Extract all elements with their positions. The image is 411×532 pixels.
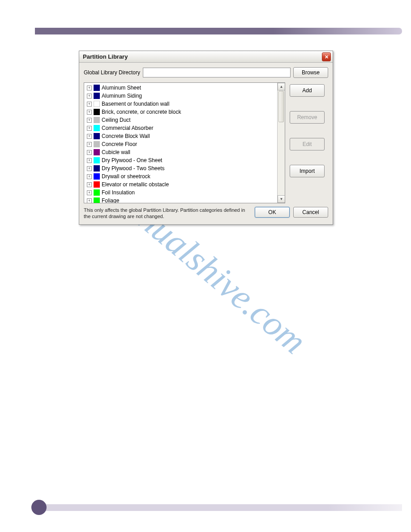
footer-row: This only affects the global Partition L… (84, 207, 328, 220)
titlebar: Partition Library (79, 51, 333, 63)
expand-icon[interactable]: + (87, 150, 92, 155)
expand-icon[interactable]: + (87, 102, 92, 107)
color-swatch (94, 157, 100, 163)
ok-button[interactable]: OK (255, 207, 290, 218)
tree-item[interactable]: +Dry Plywood - Two Sheets (84, 164, 285, 172)
tree-item-label: Foil Insulation (102, 189, 135, 196)
mid-row: +Aluminum Sheet+Aluminum Siding+Basement… (84, 82, 328, 203)
side-buttons: Add Remove Edit Import (290, 82, 325, 203)
directory-row: Global Library Directory Browse (84, 67, 328, 78)
tree-item[interactable]: +Basement or foundation wall (84, 100, 285, 108)
color-swatch (94, 141, 100, 147)
tree-item[interactable]: +Aluminum Sheet (84, 84, 285, 92)
scroll-down-button[interactable]: ▼ (278, 195, 285, 203)
tree-item-label: Foliage (102, 197, 119, 203)
expand-icon[interactable]: + (87, 182, 92, 187)
color-swatch (94, 101, 100, 107)
tree-item-label: Elevator or metallic obstacle (102, 181, 169, 188)
color-swatch (94, 189, 100, 196)
expand-icon[interactable]: + (87, 190, 92, 195)
tree-item[interactable]: +Brick, concrete, or concrete block (84, 108, 285, 116)
tree-item-label: Aluminum Sheet (102, 85, 141, 91)
tree-scrollbar[interactable]: ▲ ▼ (277, 83, 285, 203)
expand-icon[interactable]: + (87, 158, 92, 163)
color-swatch (94, 133, 100, 139)
color-swatch (94, 181, 100, 188)
tree-item[interactable]: +Dry Plywood - One Sheet (84, 156, 285, 164)
close-button[interactable] (322, 52, 331, 61)
cancel-button[interactable]: Cancel (293, 207, 328, 218)
tree-item[interactable]: +Ceiling Duct (84, 116, 285, 124)
expand-icon[interactable]: + (87, 126, 92, 131)
tree-item-label: Ceiling Duct (102, 117, 131, 123)
dialog-body: Global Library Directory Browse +Aluminu… (79, 63, 333, 224)
browse-button[interactable]: Browse (293, 67, 328, 78)
partition-library-dialog: Partition Library Global Library Directo… (79, 51, 333, 225)
dialog-title: Partition Library (83, 53, 128, 60)
directory-input[interactable] (143, 68, 291, 77)
tree-item-label: Dry Plywood - Two Sheets (102, 165, 165, 172)
expand-icon[interactable]: + (87, 94, 92, 99)
tree-item-label: Concrete Block Wall (102, 133, 150, 139)
page-top-bar (35, 28, 402, 34)
color-swatch (94, 125, 100, 131)
expand-icon[interactable]: + (87, 86, 92, 90)
color-swatch (94, 85, 100, 91)
tree-item-label: Cubicle wall (102, 149, 130, 155)
color-swatch (94, 109, 100, 115)
tree-item[interactable]: +Drywall or sheetrock (84, 172, 285, 180)
add-button[interactable]: Add (290, 84, 325, 97)
expand-icon[interactable]: + (87, 174, 92, 179)
tree-item[interactable]: +Foliage (84, 197, 285, 203)
tree-item[interactable]: +Aluminum Siding (84, 92, 285, 100)
color-swatch (94, 93, 100, 99)
color-swatch (94, 149, 100, 155)
directory-label: Global Library Directory (84, 69, 140, 76)
tree-item-label: Dry Plywood - One Sheet (102, 157, 162, 163)
tree-item[interactable]: +Elevator or metallic obstacle (84, 180, 285, 189)
tree-item[interactable]: +Foil Insulation (84, 189, 285, 197)
color-swatch (94, 173, 100, 180)
tree-item-label: Concrete Floor (102, 141, 137, 147)
remove-button: Remove (290, 111, 325, 124)
expand-icon[interactable]: + (87, 134, 92, 139)
edit-button: Edit (290, 138, 325, 150)
page-bottom-bar (35, 504, 402, 511)
scroll-thumb[interactable] (278, 91, 284, 122)
tree-item-label: Drywall or sheetrock (102, 173, 150, 180)
tree-item[interactable]: +Commercial Absorber (84, 124, 285, 132)
color-swatch (94, 117, 100, 123)
expand-icon[interactable]: + (87, 198, 92, 203)
tree-item-label: Aluminum Siding (102, 93, 142, 99)
tree-item[interactable]: +Concrete Block Wall (84, 132, 285, 140)
expand-icon[interactable]: + (87, 166, 92, 171)
color-swatch (94, 197, 100, 203)
expand-icon[interactable]: + (87, 118, 92, 123)
tree-item-label: Brick, concrete, or concrete block (102, 109, 181, 115)
page-bottom-dot (31, 500, 47, 515)
footer-buttons: OK Cancel (255, 207, 328, 218)
tree-item[interactable]: +Concrete Floor (84, 140, 285, 148)
tree-item[interactable]: +Cubicle wall (84, 148, 285, 156)
import-button[interactable]: Import (290, 165, 325, 177)
partition-tree[interactable]: +Aluminum Sheet+Aluminum Siding+Basement… (84, 82, 285, 203)
tree-item-label: Commercial Absorber (102, 125, 153, 131)
footer-note: This only affects the global Partition L… (84, 207, 249, 220)
tree-item-label: Basement or foundation wall (102, 101, 169, 107)
expand-icon[interactable]: + (87, 142, 92, 147)
scroll-up-button[interactable]: ▲ (278, 83, 285, 90)
expand-icon[interactable]: + (87, 110, 92, 115)
color-swatch (94, 165, 100, 172)
